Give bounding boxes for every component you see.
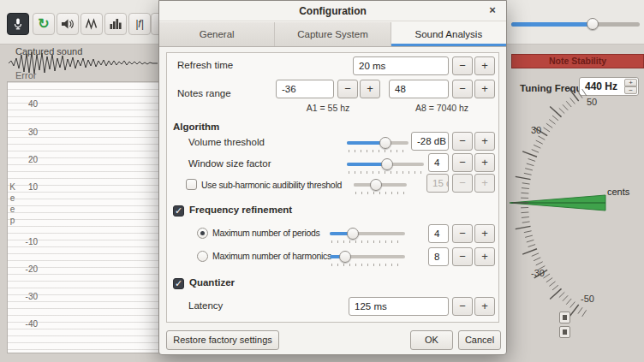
max-periods-slider[interactable] bbox=[330, 226, 405, 244]
microphone-button[interactable] bbox=[7, 13, 29, 35]
note-stability-bar: Note Stability bbox=[511, 54, 644, 68]
notes-range-min-input[interactable]: -36 bbox=[276, 80, 334, 98]
window-size-factor-input[interactable]: 4 bbox=[428, 153, 449, 172]
subharmonic-input: 15 dB bbox=[426, 174, 449, 193]
notes-range-min-decrement-button[interactable]: − bbox=[337, 80, 358, 98]
refresh-time-label: Refresh time bbox=[177, 60, 233, 70]
tab-bar: General Capture System Sound Analysis bbox=[159, 22, 506, 47]
max-harmonics-radio[interactable] bbox=[197, 251, 208, 262]
latency-decrement-button[interactable]: − bbox=[452, 297, 473, 316]
frequency-refinement-checkbox[interactable] bbox=[173, 205, 184, 217]
window-size-factor-label: Window size factor bbox=[188, 158, 271, 169]
max-harmonics-label: Maximum number of harmonics bbox=[212, 251, 331, 261]
frequency-refinement-header: Frequency refinement bbox=[189, 205, 292, 215]
histogram-view-button[interactable] bbox=[104, 13, 127, 35]
notes-range-min-hint: A1 = 55 hz bbox=[276, 103, 380, 113]
error-plot-title: Error bbox=[15, 70, 36, 80]
max-harmonics-slider[interactable] bbox=[330, 249, 405, 267]
sound-analysis-panel: Refresh time 20 ms − + Notes range -36 −… bbox=[166, 52, 499, 323]
close-button[interactable]: × bbox=[485, 3, 500, 19]
gauge-label: 50 bbox=[581, 97, 603, 107]
slider-handle bbox=[370, 179, 382, 191]
slider-handle[interactable] bbox=[347, 228, 359, 240]
axis-tick: -20 bbox=[21, 264, 38, 274]
window-size-factor-slider[interactable] bbox=[347, 157, 424, 175]
axis-tick: 10 bbox=[21, 182, 38, 192]
volume-threshold-decrement-button[interactable]: − bbox=[452, 132, 473, 151]
captured-sound-label: Captured sound bbox=[15, 46, 82, 56]
axis-tick: 40 bbox=[21, 99, 38, 109]
input-level-slider[interactable] bbox=[511, 18, 640, 30]
subharmonic-increment-button: + bbox=[474, 174, 495, 193]
refresh-time-decrement-button[interactable]: − bbox=[452, 56, 473, 75]
window-size-factor-increment-button[interactable]: + bbox=[474, 153, 495, 172]
slider-handle[interactable] bbox=[381, 158, 393, 170]
subharmonic-label: Use sub-harmonic audibility threshold bbox=[201, 180, 342, 190]
notes-range-max-input[interactable]: 48 bbox=[389, 80, 449, 98]
quantizer-checkbox[interactable] bbox=[173, 278, 184, 289]
slider-ticks bbox=[331, 240, 403, 243]
slider-ticks bbox=[349, 171, 422, 174]
tuner-toggle-button[interactable]: ↻ bbox=[33, 13, 55, 35]
tab-sound-analysis[interactable]: Sound Analysis bbox=[391, 22, 506, 46]
max-harmonics-input[interactable]: 8 bbox=[428, 247, 449, 266]
latency-increment-button[interactable]: + bbox=[474, 297, 495, 316]
restore-factory-settings-button[interactable]: Restore factory settings bbox=[166, 330, 279, 350]
refresh-time-input[interactable]: 20 ms bbox=[353, 56, 449, 75]
max-harmonics-decrement-button[interactable]: − bbox=[452, 247, 473, 266]
quantizer-header: Quantizer bbox=[189, 277, 235, 288]
max-periods-decrement-button[interactable]: − bbox=[452, 224, 473, 243]
max-periods-increment-button[interactable]: + bbox=[474, 224, 495, 243]
cents-gauge bbox=[501, 86, 644, 362]
latency-input[interactable]: 125 ms bbox=[349, 297, 449, 316]
tab-capture-system[interactable]: Capture System bbox=[275, 22, 391, 46]
notes-range-max-hint: A8 = 7040 hz bbox=[389, 103, 495, 113]
mini-button-1[interactable] bbox=[559, 312, 570, 323]
gauge-label: -30 bbox=[527, 268, 549, 278]
slider-fill bbox=[511, 22, 593, 27]
axis-tick: -40 bbox=[21, 319, 38, 329]
waveform-view-button[interactable] bbox=[80, 13, 103, 35]
speaker-icon bbox=[61, 17, 75, 31]
notes-range-min-increment-button[interactable]: + bbox=[360, 80, 380, 98]
histogram-icon bbox=[109, 17, 122, 31]
volume-threshold-increment-button[interactable]: + bbox=[474, 132, 495, 151]
window-size-factor-decrement-button[interactable]: − bbox=[452, 153, 473, 172]
algorithm-header: Algorithm bbox=[173, 122, 219, 132]
max-periods-label: Maximum number of periods bbox=[212, 228, 320, 238]
mini-button-2[interactable] bbox=[559, 326, 570, 338]
gauge-label: 30 bbox=[525, 125, 547, 135]
volume-threshold-slider[interactable] bbox=[347, 135, 408, 153]
subharmonic-checkbox[interactable] bbox=[186, 179, 197, 190]
gauge-label: -50 bbox=[576, 294, 599, 304]
fourier-view-button[interactable]: |f| bbox=[128, 13, 151, 35]
subharmonic-slider bbox=[354, 177, 407, 195]
tab-general[interactable]: General bbox=[159, 22, 275, 46]
max-harmonics-increment-button[interactable]: + bbox=[474, 247, 495, 266]
slider-handle[interactable] bbox=[379, 137, 391, 149]
axis-tick: 30 bbox=[21, 128, 38, 137]
max-periods-input[interactable]: 4 bbox=[428, 224, 449, 243]
sound-output-button[interactable] bbox=[57, 13, 79, 35]
notes-range-max-decrement-button[interactable]: − bbox=[452, 80, 473, 98]
axis-tick: -30 bbox=[21, 292, 38, 301]
volume-threshold-input[interactable]: -28 dB bbox=[411, 132, 449, 151]
dialog-title-text: Configuration bbox=[299, 5, 367, 17]
ok-button[interactable]: OK bbox=[410, 330, 453, 350]
slider-ticks bbox=[331, 264, 403, 266]
gauge-unit-label: cents bbox=[607, 187, 629, 197]
axis-tick: 20 bbox=[21, 155, 38, 164]
max-periods-radio[interactable] bbox=[197, 228, 208, 239]
slider-handle[interactable] bbox=[339, 251, 351, 263]
cancel-button[interactable]: Cancel bbox=[458, 330, 501, 350]
refresh-time-increment-button[interactable]: + bbox=[474, 56, 495, 75]
error-plot bbox=[7, 81, 159, 353]
subharmonic-decrement-button: − bbox=[452, 174, 473, 193]
slider-ticks bbox=[349, 150, 407, 152]
notes-range-max-increment-button[interactable]: + bbox=[474, 80, 495, 98]
configuration-dialog: Configuration × General Capture System S… bbox=[158, 0, 507, 355]
slider-handle[interactable] bbox=[587, 18, 599, 30]
latency-label: Latency bbox=[188, 300, 223, 311]
notes-range-label: Notes range bbox=[177, 88, 231, 98]
slider-ticks bbox=[355, 192, 405, 194]
